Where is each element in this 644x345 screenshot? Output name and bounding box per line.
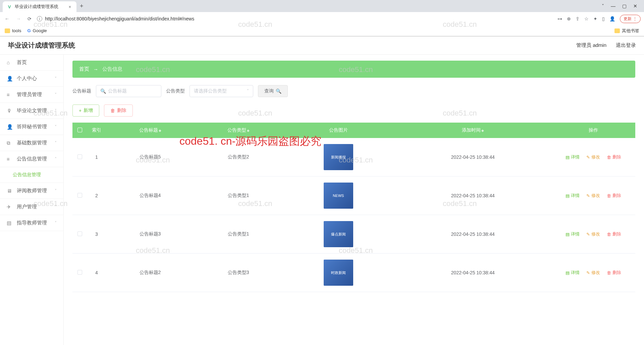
- filter-type-label: 公告类型: [166, 88, 185, 94]
- cell-ops: ▤详情✎修改🗑删除: [551, 177, 635, 215]
- extensions-icon[interactable]: ✦: [593, 16, 597, 21]
- col-time[interactable]: 添加时间◆: [394, 123, 551, 138]
- sort-icon: ◆: [159, 129, 161, 132]
- bookmark-other[interactable]: 其他书签: [614, 28, 639, 34]
- edit-button[interactable]: ✎修改: [586, 231, 600, 237]
- tab-title: 毕业设计成绩管理系统: [15, 4, 58, 10]
- cell-time: 2022-04-25 10:38:44: [394, 138, 551, 177]
- thumbnail-image[interactable]: 爆点新闻: [324, 221, 353, 247]
- delete-button[interactable]: 🗑删除: [104, 105, 133, 117]
- col-type[interactable]: 公告类型◆: [194, 123, 282, 138]
- sidebar-item-defense[interactable]: 👤答辩秘书管理˅: [0, 119, 63, 135]
- row-delete-button[interactable]: 🗑删除: [607, 154, 621, 160]
- tool-row: +新增 🗑删除: [72, 105, 635, 117]
- doc-icon: ▤: [7, 220, 13, 226]
- chevron-down-icon: ˅: [247, 89, 249, 93]
- folder-icon: [614, 28, 620, 33]
- detail-button[interactable]: ▤详情: [566, 231, 580, 237]
- edit-button[interactable]: ✎修改: [586, 193, 600, 199]
- chevron-down-icon[interactable]: ˅: [602, 3, 604, 9]
- col-title[interactable]: 公告标题◆: [106, 123, 194, 138]
- forward-icon[interactable]: →: [15, 16, 22, 21]
- sidebar-subitem-notice[interactable]: 公告信息管理: [0, 167, 63, 183]
- bookmarks-bar: tools GGoogle 其他书签: [0, 25, 644, 36]
- filter-type-placeholder: 请选择公告类型: [194, 88, 227, 94]
- main-content: 首页 → 公告信息 公告标题 🔍 公告标题 公告类型 请选择公告类型 ˅ 查询 …: [64, 55, 644, 345]
- panel-icon[interactable]: ▯: [602, 16, 605, 21]
- user-icon: 👤: [7, 76, 13, 82]
- breadcrumb-home[interactable]: 首页: [79, 66, 89, 72]
- row-delete-button[interactable]: 🗑删除: [607, 231, 621, 237]
- thumbnail-image[interactable]: 新闻播报: [324, 144, 353, 170]
- detail-button[interactable]: ▤详情: [566, 154, 580, 160]
- chevron-down-icon: ˅: [55, 141, 57, 145]
- filter-title-input[interactable]: 🔍 公告标题: [96, 85, 161, 97]
- url-input[interactable]: i http://localhost:8080/biyeshejichengji…: [37, 16, 553, 21]
- sidebar-item-notice[interactable]: ≡公告信息管理˄: [0, 151, 63, 167]
- row-checkbox[interactable]: [77, 270, 82, 275]
- sidebar-item-advisor[interactable]: ▤指导教师管理˅: [0, 215, 63, 231]
- add-button[interactable]: +新增: [72, 105, 99, 117]
- thumbnail-image[interactable]: 时政新闻: [324, 260, 353, 286]
- row-delete-button[interactable]: 🗑删除: [607, 270, 621, 276]
- table-row: 1公告标题5公告类型2新闻播报2022-04-25 10:38:44▤详情✎修改…: [72, 138, 635, 177]
- col-index: 索引: [87, 123, 106, 138]
- user-label[interactable]: 管理员 admin: [576, 42, 606, 49]
- sidebar-item-thesis[interactable]: 🎙毕业论文管理˅: [0, 103, 63, 119]
- bookmark-star-icon[interactable]: ☆: [584, 16, 589, 21]
- edit-button[interactable]: ✎修改: [586, 270, 600, 276]
- edit-icon: ✎: [586, 232, 590, 237]
- reload-icon[interactable]: ⟳: [26, 16, 33, 21]
- minimize-icon[interactable]: —: [611, 3, 615, 9]
- col-ops: 操作: [551, 123, 635, 138]
- app-body: ⌂首页 👤个人中心˅ ≡管理员管理˅ 🎙毕业论文管理˅ 👤答辩秘书管理˅ ⧉基础…: [0, 55, 644, 345]
- home-icon: ⌂: [7, 60, 13, 65]
- folder-icon: [5, 28, 10, 33]
- edit-button[interactable]: ✎修改: [586, 154, 600, 160]
- sidebar-item-basedata[interactable]: ⧉基础数据管理˅: [0, 135, 63, 151]
- address-bar-icons: ⊶ ⊕ ⇪ ☆ ✦ ▯ 👤 更新⋮: [557, 15, 641, 23]
- close-window-icon[interactable]: ✕: [633, 3, 637, 9]
- cell-title: 公告标题2: [106, 254, 194, 292]
- select-all-checkbox[interactable]: [77, 128, 82, 132]
- site-info-icon[interactable]: i: [37, 16, 42, 21]
- sidebar-item-user[interactable]: ✈用户管理˅: [0, 199, 63, 215]
- filter-type-select[interactable]: 请选择公告类型 ˅: [190, 85, 253, 97]
- cell-index: 2: [87, 177, 106, 215]
- back-icon[interactable]: ←: [3, 16, 11, 21]
- doc-icon: ▤: [566, 155, 570, 160]
- new-tab-button[interactable]: +: [76, 3, 87, 10]
- sidebar-item-home[interactable]: ⌂首页: [0, 55, 63, 71]
- row-delete-button[interactable]: 🗑删除: [607, 193, 621, 199]
- cell-time: 2022-04-25 10:38:44: [394, 215, 551, 254]
- sidebar-item-admin[interactable]: ≡管理员管理˅: [0, 87, 63, 103]
- query-button[interactable]: 查询 🔍: [258, 85, 288, 97]
- detail-button[interactable]: ▤详情: [566, 270, 580, 276]
- row-checkbox[interactable]: [77, 154, 82, 159]
- filter-row: 公告标题 🔍 公告标题 公告类型 请选择公告类型 ˅ 查询 🔍: [72, 85, 635, 97]
- sidebar-item-review[interactable]: 🖥评阅教师管理˅: [0, 183, 63, 199]
- zoom-icon[interactable]: ⊕: [567, 16, 571, 21]
- detail-button[interactable]: ▤详情: [566, 193, 580, 199]
- chevron-down-icon: ˅: [55, 76, 57, 81]
- sidebar-item-personal[interactable]: 👤个人中心˅: [0, 71, 63, 87]
- browser-tab[interactable]: V 毕业设计成绩管理系统 ×: [3, 1, 76, 12]
- address-bar: ← → ⟳ i http://localhost:8080/biyeshejic…: [0, 12, 644, 25]
- chevron-down-icon: ˅: [55, 125, 57, 129]
- cell-type: 公告类型2: [194, 138, 282, 177]
- cell-title: 公告标题4: [106, 177, 194, 215]
- maximize-icon[interactable]: ▢: [622, 3, 627, 9]
- chevron-up-icon: ˄: [55, 157, 57, 161]
- cell-type: 公告类型3: [194, 254, 282, 292]
- profile-avatar-icon[interactable]: 👤: [609, 16, 615, 21]
- row-checkbox[interactable]: [77, 231, 82, 236]
- thumbnail-image[interactable]: NEWS: [324, 183, 353, 209]
- logout-button[interactable]: 退出登录: [616, 42, 636, 49]
- close-tab-icon[interactable]: ×: [67, 4, 72, 9]
- bookmark-google[interactable]: GGoogle: [27, 28, 47, 33]
- update-button[interactable]: 更新⋮: [620, 15, 641, 23]
- key-icon[interactable]: ⊶: [557, 16, 562, 21]
- bookmark-tools[interactable]: tools: [5, 28, 21, 33]
- row-checkbox[interactable]: [77, 193, 82, 198]
- share-icon[interactable]: ⇪: [576, 16, 580, 21]
